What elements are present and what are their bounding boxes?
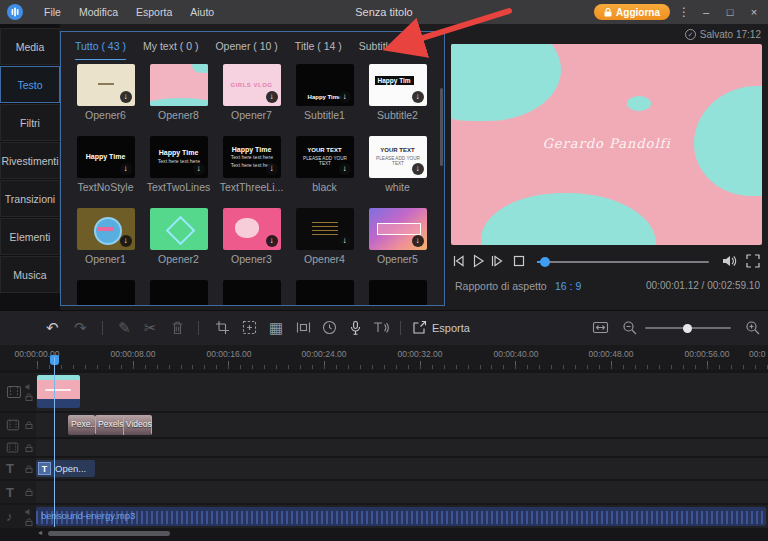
download-icon[interactable]: ↓ bbox=[339, 163, 351, 175]
crop-icon[interactable] bbox=[215, 320, 230, 335]
template-card[interactable]: Happy Time ↓ Subtitle1 bbox=[288, 64, 361, 121]
more-menu-icon[interactable]: ⋮ bbox=[678, 5, 690, 19]
template-card[interactable]: Happy Time Text here text here ↓ TextTwo… bbox=[142, 136, 215, 193]
track-lane[interactable] bbox=[36, 481, 768, 503]
play-button[interactable] bbox=[470, 253, 486, 269]
template-card[interactable]: ↓ Opener6 bbox=[69, 64, 142, 121]
zoom-region-icon[interactable] bbox=[242, 320, 257, 335]
download-icon[interactable]: ↓ bbox=[120, 91, 132, 103]
menu-esporta[interactable]: Esporta bbox=[127, 6, 181, 18]
text-clip[interactable]: T Open... bbox=[36, 460, 95, 477]
audio-clip[interactable]: bensound-energy.mp3 bbox=[36, 507, 766, 526]
tab-my-text[interactable]: My text ( 0 ) bbox=[143, 40, 198, 60]
track-lane[interactable] bbox=[36, 439, 768, 456]
template-card[interactable]: ↓ Opener4 bbox=[288, 208, 361, 265]
panel-scrollbar[interactable] bbox=[440, 60, 443, 301]
download-icon[interactable]: ↓ bbox=[339, 91, 351, 103]
download-icon[interactable]: ↓ bbox=[412, 235, 424, 247]
template-thumbnail[interactable]: ↓ bbox=[77, 208, 135, 250]
export-button[interactable]: Esporta bbox=[412, 320, 470, 335]
title-clip[interactable] bbox=[37, 375, 80, 408]
download-icon[interactable]: ↓ bbox=[266, 235, 278, 247]
upgrade-button[interactable]: Aggiorna bbox=[594, 4, 670, 20]
template-thumbnail[interactable] bbox=[150, 208, 208, 250]
download-icon[interactable]: ↓ bbox=[120, 235, 132, 247]
template-thumbnail[interactable]: YOUR TEXT PLEASE ADD YOUR TEXT ↓ bbox=[296, 136, 354, 178]
lock-track-icon[interactable] bbox=[25, 465, 33, 473]
download-icon[interactable]: ↓ bbox=[193, 163, 205, 175]
template-thumbnail[interactable]: Happy Time ↓ bbox=[296, 64, 354, 106]
tab-title[interactable]: Title ( 14 ) bbox=[295, 40, 342, 60]
minimize-button[interactable]: – bbox=[698, 6, 714, 18]
zoom-in-icon[interactable] bbox=[745, 320, 761, 336]
lock-track-icon[interactable] bbox=[25, 393, 33, 401]
download-icon[interactable]: ↓ bbox=[412, 163, 424, 175]
zoom-slider-handle[interactable] bbox=[683, 324, 692, 333]
stop-button[interactable] bbox=[511, 253, 527, 269]
redo-icon[interactable]: ↷ bbox=[74, 320, 87, 336]
template-thumbnail[interactable]: Happy Time ↓ bbox=[77, 136, 135, 178]
track-lane[interactable]: bensound-energy.mp3 bbox=[36, 505, 768, 528]
template-card[interactable]: ↓ Opener5 bbox=[361, 208, 434, 265]
preview-video[interactable]: Gerardo Pandolfi bbox=[451, 44, 762, 245]
tab-opener[interactable]: Opener ( 10 ) bbox=[215, 40, 277, 60]
template-card[interactable]: YOUR TEXT PLEASE ADD YOUR TEXT ↓ black bbox=[288, 136, 361, 193]
mute-speaker-icon[interactable] bbox=[25, 383, 33, 391]
template-thumbnail[interactable]: ↓ bbox=[77, 64, 135, 106]
delete-trash-icon[interactable] bbox=[170, 320, 185, 336]
lock-track-icon[interactable] bbox=[25, 444, 33, 452]
timeline-ruler[interactable]: 00:00:00.00 00:00:08.00 00:00:16.00 00:0… bbox=[0, 345, 768, 370]
tab-subtitle[interactable]: Subtitle ( 19 ) bbox=[359, 40, 421, 60]
template-card-partial[interactable] bbox=[288, 280, 361, 306]
playhead-line[interactable] bbox=[54, 357, 55, 527]
template-thumbnail[interactable] bbox=[150, 64, 208, 106]
close-button[interactable]: × bbox=[746, 6, 762, 18]
track-lane[interactable]: T Open... bbox=[36, 458, 768, 479]
aspect-ratio-value[interactable]: 16 : 9 bbox=[555, 280, 581, 292]
zoom-out-icon[interactable] bbox=[622, 320, 638, 336]
undo-icon[interactable]: ↶ bbox=[46, 320, 59, 336]
template-card[interactable]: Happy Time Text here text here Text here… bbox=[215, 136, 288, 193]
track-lane[interactable]: Pexe... Pexels Videos 1 bbox=[36, 413, 768, 437]
lock-track-icon[interactable] bbox=[25, 488, 33, 496]
menu-modifica[interactable]: Modifica bbox=[70, 6, 127, 18]
step-forward-button[interactable] bbox=[489, 253, 505, 269]
mute-speaker-icon[interactable] bbox=[25, 508, 33, 516]
text-to-speech-icon[interactable] bbox=[372, 320, 389, 335]
tab-tutto[interactable]: Tutto ( 43 ) bbox=[75, 40, 126, 60]
timeline-zoom-slider[interactable] bbox=[645, 327, 731, 329]
sidebar-item-filtri[interactable]: Filtri bbox=[0, 104, 60, 141]
edit-pen-icon[interactable]: ✎ bbox=[118, 320, 131, 336]
menu-file[interactable]: File bbox=[35, 6, 70, 18]
fit-timeline-icon[interactable] bbox=[592, 320, 609, 335]
sidebar-item-rivestimenti[interactable]: Rivestimenti bbox=[0, 142, 60, 179]
video-clip[interactable]: Pexels Videos 1 bbox=[95, 415, 152, 435]
fullscreen-icon[interactable] bbox=[745, 253, 761, 269]
video-clip[interactable]: Pexe... bbox=[68, 415, 95, 435]
sidebar-item-media[interactable]: Media bbox=[0, 28, 60, 65]
template-card[interactable]: GIRLS VLOG ↓ Opener7 bbox=[215, 64, 288, 121]
record-voice-mic-icon[interactable] bbox=[348, 320, 363, 336]
template-thumbnail[interactable]: Happy Tim ↓ bbox=[369, 64, 427, 106]
menu-aiuto[interactable]: Aiuto bbox=[181, 6, 223, 18]
lock-track-icon[interactable] bbox=[25, 421, 33, 429]
freeze-frame-icon[interactable] bbox=[296, 320, 311, 335]
template-card-partial[interactable] bbox=[142, 280, 215, 306]
download-icon[interactable]: ↓ bbox=[120, 163, 132, 175]
sidebar-item-testo[interactable]: Testo bbox=[0, 66, 60, 103]
template-card-partial[interactable] bbox=[361, 280, 434, 306]
template-card-partial[interactable] bbox=[69, 280, 142, 306]
download-icon[interactable]: ↓ bbox=[339, 235, 351, 247]
template-thumbnail[interactable]: Happy Time Text here text here ↓ bbox=[150, 136, 208, 178]
sidebar-item-musica[interactable]: Musica bbox=[0, 256, 60, 293]
speed-clock-icon[interactable] bbox=[322, 320, 337, 335]
timeline-scrollbar[interactable]: ◂ bbox=[36, 531, 768, 537]
scrollbar-thumb[interactable] bbox=[48, 531, 170, 536]
download-icon[interactable]: ↓ bbox=[412, 91, 424, 103]
template-card[interactable]: YOUR TEXT PLEASE ADD YOUR TEXT ↓ white bbox=[361, 136, 434, 193]
template-thumbnail[interactable]: ↓ bbox=[296, 208, 354, 250]
split-scissors-icon[interactable]: ✂ bbox=[144, 320, 157, 336]
template-thumbnail[interactable]: ↓ bbox=[369, 208, 427, 250]
lock-track-icon[interactable] bbox=[25, 518, 33, 526]
seek-slider[interactable] bbox=[537, 261, 709, 263]
